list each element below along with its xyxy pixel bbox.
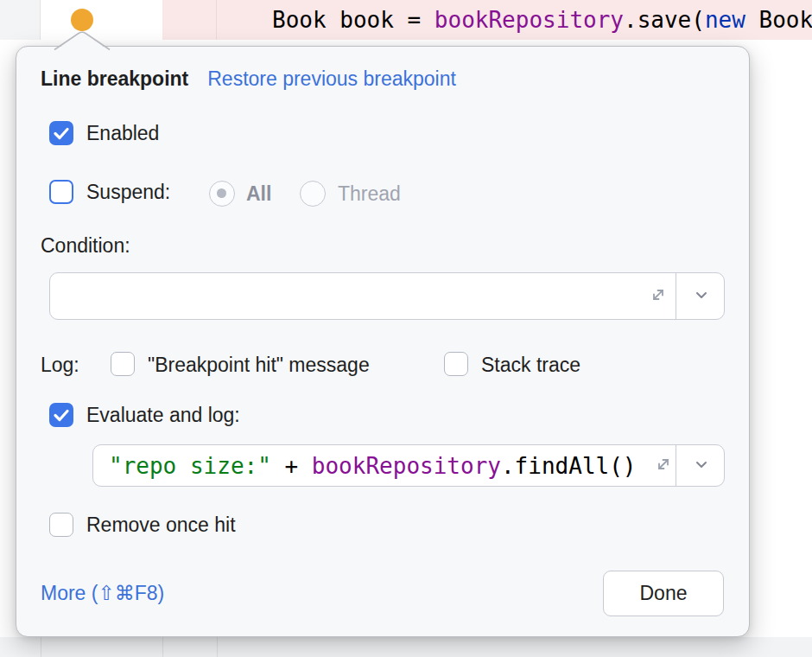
popup-callout-arrow: [52, 30, 112, 51]
editor-top-strip: Book book = bookRepository.save(new Book: [0, 0, 812, 40]
restore-previous-breakpoint-link[interactable]: Restore previous breakpoint: [207, 67, 456, 91]
condition-input[interactable]: [49, 272, 725, 320]
enabled-checkbox[interactable]: [49, 121, 73, 145]
suspend-thread-label: Thread: [338, 182, 401, 206]
stack-trace-checkbox[interactable]: [444, 352, 468, 376]
stack-trace-label: Stack trace: [481, 353, 580, 377]
breakpoint-icon[interactable]: [71, 9, 93, 31]
code-line: Book book = bookRepository.save(new Book: [272, 0, 812, 40]
suspend-label: Suspend:: [86, 180, 170, 204]
ide-screen: Book book = bookRepository.save(new Book…: [0, 0, 812, 657]
check-icon: [49, 403, 73, 427]
suspend-all-radio[interactable]: [209, 181, 235, 207]
log-label: Log:: [41, 353, 79, 377]
evaluate-and-log-label: Evaluate and log:: [86, 403, 240, 427]
done-button[interactable]: Done: [603, 571, 724, 616]
breakpoint-popup: Line breakpoint Restore previous breakpo…: [16, 46, 750, 637]
editor-gutter: [0, 0, 41, 40]
suspend-thread-radio[interactable]: [300, 181, 326, 207]
check-icon: [49, 121, 73, 145]
expand-icon[interactable]: [648, 284, 669, 309]
popup-title: Line breakpoint: [41, 67, 188, 91]
suspend-checkbox[interactable]: [49, 180, 73, 204]
condition-label: Condition:: [41, 233, 130, 258]
remove-once-hit-checkbox[interactable]: [49, 513, 73, 537]
expand-icon[interactable]: [653, 454, 674, 478]
enabled-label: Enabled: [86, 121, 159, 145]
remove-once-hit-label: Remove once hit: [86, 513, 236, 537]
editor-bottom-strip: [0, 637, 812, 657]
breakpoint-hit-message-label: "Breakpoint hit" message: [148, 353, 370, 377]
breakpoint-hit-message-checkbox[interactable]: [111, 352, 135, 376]
evaluate-expression-input[interactable]: "repo size:" + bookRepository.findAll(): [92, 444, 725, 487]
evaluate-and-log-checkbox[interactable]: [49, 403, 73, 427]
suspend-all-label: All: [246, 182, 271, 206]
more-link[interactable]: More (⇧⌘F8): [41, 581, 164, 605]
chevron-down-icon[interactable]: [691, 454, 712, 478]
evaluate-expression-value: "repo size:" + bookRepository.findAll(): [109, 445, 637, 486]
chevron-down-icon[interactable]: [691, 284, 712, 309]
